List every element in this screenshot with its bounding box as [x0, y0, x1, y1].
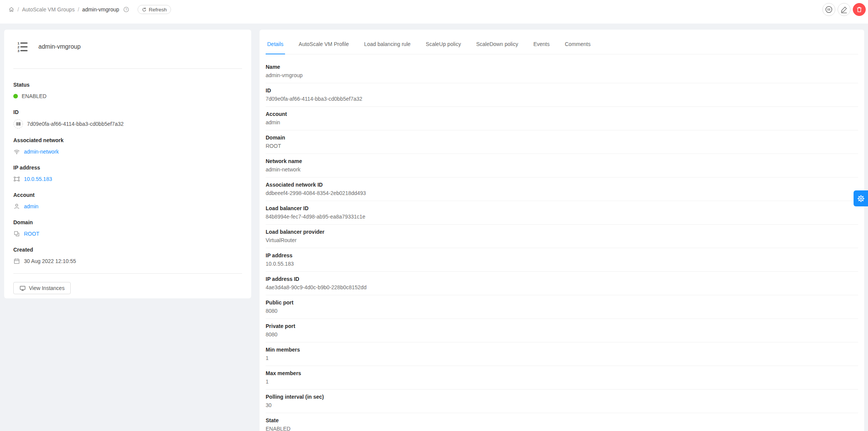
detail-row-max-members: Max members1 [266, 366, 858, 390]
status-dot [13, 94, 18, 98]
svg-text:3: 3 [17, 49, 19, 53]
detail-row-label: Max members [266, 369, 858, 377]
resource-info-sections: StatusENABLEDID7d09e0fa-af66-4114-bba3-c… [13, 81, 242, 266]
detail-row-label: Private port [266, 322, 858, 330]
detail-row-label: Domain [266, 134, 858, 141]
tabs-bar: DetailsAutoScale VM ProfileLoad balancin… [266, 30, 858, 54]
info-value-text: 7d09e0fa-af66-4114-bba3-cd0bb5ef7a32 [27, 119, 124, 128]
info-value-link[interactable]: admin [24, 202, 38, 211]
detail-row-label: Associated network ID [266, 181, 858, 189]
barcode-icon[interactable] [13, 119, 23, 129]
tab-details[interactable]: Details [266, 40, 285, 54]
info-section-value: 30 Aug 2022 12:10:55 [13, 257, 242, 266]
refresh-button[interactable]: Refresh [138, 5, 171, 14]
info-section-status: StatusENABLED [13, 81, 242, 101]
detail-row-value: 8080 [266, 307, 858, 315]
delete-action-button[interactable] [853, 3, 866, 16]
info-section-domain: DomainROOT [13, 219, 242, 238]
detail-row-value: ddbeeef4-2998-4084-8354-2eb0218dd493 [266, 189, 858, 197]
breadcrumb-link-autoscale-vm-groups[interactable]: AutoScale VM Groups [22, 6, 75, 13]
detail-row-label: ID [266, 87, 858, 94]
refresh-icon [142, 7, 147, 12]
info-section-ip-address: IP address10.0.55.183 [13, 164, 242, 184]
detail-row-load-balancer-provider: Load balancer providerVirtualRouter [266, 225, 858, 248]
home-icon[interactable] [8, 6, 14, 13]
breadcrumb-separator: / [17, 6, 19, 13]
detail-row-ip-address: IP address10.0.55.183 [266, 248, 858, 272]
breadcrumb-separator: / [78, 6, 79, 13]
detail-row-label: Polling interval (in sec) [266, 393, 858, 401]
info-section-label: Created [13, 246, 242, 254]
detail-row-ip-address-id: IP address ID4ae3d4a8-90c9-4d0c-b9b0-228… [266, 272, 858, 295]
settings-drawer-handle[interactable] [854, 190, 868, 206]
desktop-icon [19, 285, 26, 292]
question-circle-icon[interactable]: ? [123, 6, 129, 13]
detail-row-value: ENABLED [266, 425, 858, 431]
detail-row-value: 7d09e0fa-af66-4114-bba3-cd0bb5ef7a32 [266, 95, 858, 103]
detail-row-value: 4ae3d4a8-90c9-4d0c-b9b0-228b0c8152dd [266, 284, 858, 292]
detail-row-value: 10.0.55.183 [266, 260, 858, 268]
user-icon [13, 203, 20, 210]
info-value-link[interactable]: ROOT [24, 229, 39, 238]
autoscale-vmgroup-page: / AutoScale VM Groups / admin-vmgroup ? … [0, 0, 868, 431]
svg-text:1: 1 [17, 41, 19, 45]
detail-row-network-name: Network nameadmin-network [266, 154, 858, 177]
detail-row-load-balancer-id: Load balancer ID84b8994e-fec7-4d98-ab95-… [266, 201, 858, 225]
edit-action-button[interactable] [838, 3, 851, 16]
tab-comments[interactable]: Comments [563, 40, 592, 54]
refresh-button-label: Refresh [149, 7, 167, 13]
detail-row-label: Public port [266, 299, 858, 306]
info-section-value: 10.0.55.183 [13, 174, 242, 184]
tab-autoscale-vm-profile[interactable]: AutoScale VM Profile [297, 40, 350, 54]
info-value-link[interactable]: 10.0.55.183 [24, 174, 52, 184]
block-icon [13, 230, 20, 237]
resource-info-header: 123 admin-vmgroup [13, 41, 242, 52]
edit-icon [840, 6, 848, 13]
detail-row-label: Account [266, 110, 858, 118]
tab-load-balancing-rule[interactable]: Load balancing rule [363, 40, 412, 54]
tab-scaledown-policy[interactable]: ScaleDown policy [475, 40, 520, 54]
detail-row-domain: DomainROOT [266, 130, 858, 154]
detail-row-value: 84b8994e-fec7-4d98-ab95-ea8a79331c1e [266, 213, 858, 221]
tab-events[interactable]: Events [532, 40, 551, 54]
detail-row-label: Load balancer provider [266, 228, 858, 236]
info-section-value: ENABLED [13, 92, 242, 101]
gear-icon [857, 195, 865, 203]
delete-icon [855, 6, 863, 13]
divider [13, 68, 242, 69]
svg-text:2: 2 [17, 45, 19, 49]
detail-row-account: Accountadmin [266, 107, 858, 130]
info-section-value: admin-network [13, 147, 242, 156]
info-value-link[interactable]: admin-network [24, 147, 59, 156]
detail-row-label: Load balancer ID [266, 204, 858, 212]
detail-row-value: ROOT [266, 142, 858, 150]
tab-scaleup-policy[interactable]: ScaleUp policy [424, 40, 463, 54]
view-instances-button[interactable]: View Instances [13, 282, 71, 294]
details-card: DetailsAutoScale VM ProfileLoad balancin… [260, 30, 864, 431]
pause-action-button[interactable] [822, 3, 835, 16]
info-section-label: Account [13, 191, 242, 199]
resource-action-buttons [822, 3, 866, 16]
svg-text:?: ? [125, 8, 127, 11]
detail-row-value: 1 [266, 354, 858, 362]
detail-row-public-port: Public port8080 [266, 295, 858, 319]
resource-info-card: 123 admin-vmgroup StatusENABLEDID7d09e0f… [4, 30, 251, 298]
detail-row-label: IP address [266, 252, 858, 259]
info-section-value: admin [13, 202, 242, 211]
detail-row-value: 30 [266, 401, 858, 409]
detail-row-value: admin-vmgroup [266, 71, 858, 79]
detail-row-id: ID7d09e0fa-af66-4114-bba3-cd0bb5ef7a32 [266, 83, 858, 107]
info-section-label: IP address [13, 164, 242, 171]
detail-row-name: Nameadmin-vmgroup [266, 60, 858, 83]
frame-icon [13, 176, 20, 182]
info-section-created: Created30 Aug 2022 12:10:55 [13, 246, 242, 266]
detail-row-min-members: Min members1 [266, 342, 858, 366]
info-value-text: 30 Aug 2022 12:10:55 [24, 257, 76, 266]
detail-row-label: Network name [266, 157, 858, 165]
detail-row-value: VirtualRouter [266, 236, 858, 244]
breadcrumb-current: admin-vmgroup [82, 6, 119, 13]
view-instances-label: View Instances [29, 285, 65, 291]
detail-row-associated-network-id: Associated network IDddbeeef4-2998-4084-… [266, 177, 858, 201]
info-section-label: Status [13, 81, 242, 89]
breadcrumb: / AutoScale VM Groups / admin-vmgroup ? … [8, 3, 171, 16]
